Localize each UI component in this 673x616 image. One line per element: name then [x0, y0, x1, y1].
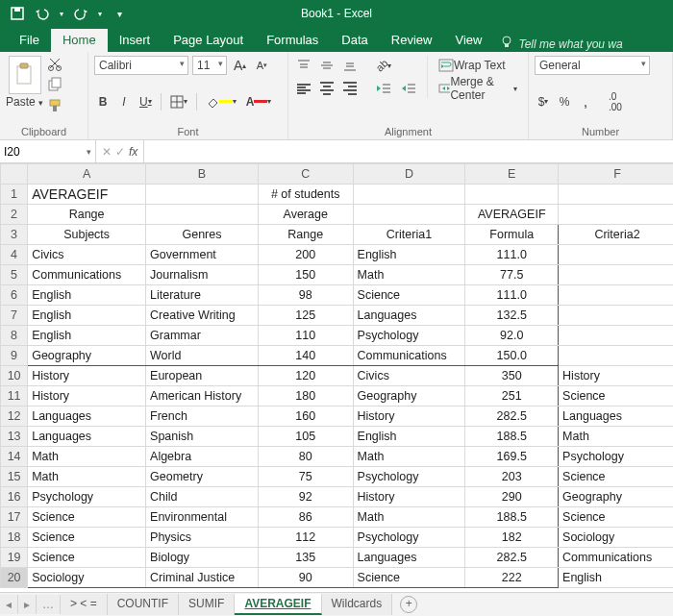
row-header-18[interactable]: 18 [1, 528, 28, 548]
table-row[interactable]: 15MathGeometry75Psychology203Science [1, 467, 674, 487]
row-header-16[interactable]: 16 [1, 487, 28, 507]
decrease-indent-icon[interactable] [373, 79, 394, 98]
table-row[interactable]: 6EnglishLiterature98Science111.0 [1, 285, 674, 306]
tell-me[interactable]: Tell me what you wa [501, 36, 622, 52]
name-box[interactable]: I20 [0, 140, 96, 162]
sheet-tab-sumif[interactable]: SUMIF [179, 594, 235, 615]
tab-page-layout[interactable]: Page Layout [162, 29, 255, 52]
table-row[interactable]: 7EnglishCreative Writing125Languages132.… [1, 306, 674, 326]
table-row[interactable]: 9GeographyWorld140Communications150.0 [1, 346, 674, 366]
formula-input[interactable] [144, 140, 673, 162]
copy-icon[interactable] [47, 77, 62, 95]
wrap-text-button[interactable]: Wrap Text [434, 56, 511, 75]
col-header-E[interactable]: E [465, 164, 559, 185]
col-header-F[interactable]: F [559, 164, 673, 185]
col-header-A[interactable]: A [28, 164, 146, 185]
cancel-formula-icon[interactable]: ✕ [102, 145, 112, 159]
table-row[interactable]: 4CivicsGovernment200English111.0 [1, 245, 674, 265]
number-format-dropdown[interactable]: General [535, 56, 650, 75]
increase-font-icon[interactable]: A▴ [231, 56, 249, 75]
tab-nav-prev[interactable]: ◂ [0, 595, 18, 614]
qat-dropdown-1[interactable]: ▾ [60, 10, 63, 18]
font-size-dropdown[interactable]: 11 [192, 56, 227, 75]
tab-view[interactable]: View [443, 29, 493, 52]
font-color-button[interactable]: A ▾ [243, 92, 275, 111]
table-row[interactable]: 18SciencePhysics112Psychology182Sociolog… [1, 528, 674, 548]
align-right-icon[interactable] [340, 79, 360, 98]
row-header-15[interactable]: 15 [1, 467, 28, 487]
sheet-tab-countif[interactable]: COUNTIF [108, 594, 179, 615]
col-header-C[interactable]: C [258, 164, 353, 185]
table-row[interactable]: 14MathAlgebra80Math169.5Psychology [1, 447, 674, 467]
currency-button[interactable]: $ ▾ [535, 92, 552, 111]
tab-insert[interactable]: Insert [108, 29, 162, 52]
qat-customize-icon[interactable]: ▾ [117, 9, 122, 19]
table-row[interactable]: 5CommunicationsJournalism150Math77.5 [1, 265, 674, 285]
align-center-icon[interactable] [317, 79, 336, 98]
row-header-10[interactable]: 10 [1, 366, 28, 386]
bold-button[interactable]: B [94, 92, 112, 111]
row-header-4[interactable]: 4 [1, 245, 28, 265]
sheet-tab-averageif[interactable]: AVERAGEIF [235, 594, 321, 615]
row-header-20[interactable]: 20 [1, 568, 28, 588]
align-bottom-icon[interactable] [340, 56, 360, 75]
tab-home[interactable]: Home [51, 29, 108, 52]
row-header-17[interactable]: 17 [1, 507, 28, 528]
row-header-11[interactable]: 11 [1, 386, 28, 407]
underline-button[interactable]: U ▾ [137, 92, 155, 111]
redo-icon[interactable] [73, 7, 88, 20]
border-button[interactable]: ▾ [167, 92, 190, 111]
tab-file[interactable]: File [8, 29, 51, 52]
fill-color-button[interactable]: ▾ [203, 92, 239, 111]
table-row[interactable]: 20SociologyCriminal Justice90Science222E… [1, 568, 674, 588]
table-row[interactable]: 16PsychologyChild92History290Geography [1, 487, 674, 507]
table-row[interactable]: 12LanguagesFrench160History282.5Language… [1, 407, 674, 427]
row-header-14[interactable]: 14 [1, 447, 28, 467]
table-row[interactable]: 19ScienceBiology135Languages282.5Communi… [1, 548, 674, 568]
table-row[interactable]: 11HistoryAmerican History180Geography251… [1, 386, 674, 407]
col-header-D[interactable]: D [353, 164, 465, 185]
row-header-19[interactable]: 19 [1, 548, 28, 568]
qat-dropdown-2[interactable]: ▾ [98, 10, 102, 18]
tab-nav-more[interactable]: … [37, 595, 61, 614]
enter-formula-icon[interactable]: ✓ [115, 145, 125, 159]
increase-indent-icon[interactable] [398, 79, 419, 98]
paste-button[interactable]: Paste ▾ [6, 95, 43, 109]
tab-data[interactable]: Data [330, 29, 379, 52]
align-middle-icon[interactable] [317, 56, 336, 75]
row-header-8[interactable]: 8 [1, 326, 28, 346]
table-row[interactable]: 13LanguagesSpanish105English188.5Math [1, 427, 674, 447]
row-header-9[interactable]: 9 [1, 346, 28, 366]
row-header-3[interactable]: 3 [1, 225, 28, 245]
orientation-icon[interactable]: ab ▾ [373, 56, 394, 75]
tab-review[interactable]: Review [380, 29, 444, 52]
row-header-7[interactable]: 7 [1, 306, 28, 326]
row-header-13[interactable]: 13 [1, 427, 28, 447]
add-sheet-button[interactable]: + [400, 596, 417, 613]
comma-button[interactable]: , [577, 92, 594, 111]
align-left-icon[interactable] [294, 79, 313, 98]
row-header-1[interactable]: 1 [1, 185, 28, 205]
sheet-tab-wildcards[interactable]: Wildcards [322, 594, 393, 615]
sheet-tab--[interactable]: > < = [61, 594, 108, 615]
align-top-icon[interactable] [294, 56, 313, 75]
row-header-2[interactable]: 2 [1, 205, 28, 225]
fx-icon[interactable]: fx [129, 145, 137, 159]
decrease-font-icon[interactable]: A▾ [253, 56, 270, 75]
italic-button[interactable]: I [115, 92, 133, 111]
table-row[interactable]: 8EnglishGrammar110Psychology92.0 [1, 326, 674, 346]
select-all-cell[interactable] [1, 164, 28, 185]
save-icon[interactable] [10, 6, 25, 21]
increase-decimal-icon[interactable]: .0.00 [606, 92, 625, 111]
merge-center-button[interactable]: Merge & Center ▾ [434, 79, 522, 98]
worksheet[interactable]: ABCDEF1AVERAGEIF# of students2RangeAvera… [0, 163, 673, 592]
tab-formulas[interactable]: Formulas [255, 29, 330, 52]
undo-icon[interactable] [35, 7, 50, 20]
paste-icon[interactable] [9, 56, 41, 94]
tab-nav-next[interactable]: ▸ [18, 595, 37, 614]
table-row[interactable]: 10HistoryEuropean120Civics350History [1, 366, 674, 386]
table-row[interactable]: 17ScienceEnvironmental86Math188.5Science [1, 507, 674, 528]
row-header-12[interactable]: 12 [1, 407, 28, 427]
row-header-6[interactable]: 6 [1, 285, 28, 306]
col-header-B[interactable]: B [146, 164, 259, 185]
